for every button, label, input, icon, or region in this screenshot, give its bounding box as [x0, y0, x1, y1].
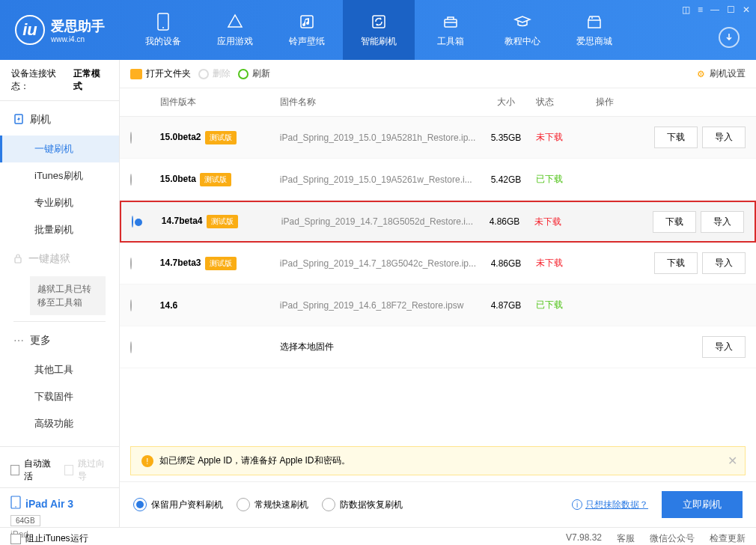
music-icon: [298, 13, 316, 31]
import-button[interactable]: 导入: [702, 252, 746, 274]
svg-point-7: [591, 17, 593, 19]
delete-button[interactable]: 删除: [198, 67, 231, 80]
skin-icon[interactable]: ◫: [682, 4, 690, 15]
sidebar: 设备连接状态： 正常模式 刷机 一键刷机 iTunes刷机 专业刷机 批量刷机 …: [0, 60, 120, 527]
open-folder-button[interactable]: 打开文件夹: [130, 67, 191, 80]
flash-now-button[interactable]: 立即刷机: [662, 491, 743, 518]
sidebar-flash-head[interactable]: 刷机: [0, 107, 119, 133]
header-ops: 操作: [596, 96, 746, 109]
sidebar-item-other-tools[interactable]: 其他工具: [0, 356, 119, 383]
menu-icon[interactable]: ≡: [698, 4, 703, 15]
folder-icon: [130, 69, 142, 79]
app-logo: iu 爱思助手 www.i4.cn: [0, 15, 120, 45]
service-link[interactable]: 客服: [617, 532, 635, 545]
radio-icon: [133, 498, 147, 511]
main-nav: 我的设备 应用游戏 铃声壁纸 智能刷机 工具箱 教程中心 爱思商城: [127, 0, 630, 60]
download-button[interactable]: 下载: [654, 252, 698, 274]
nav-toolbox[interactable]: 工具箱: [415, 0, 487, 60]
wechat-link[interactable]: 微信公众号: [650, 532, 695, 545]
device-storage: 64GB: [10, 515, 40, 526]
appstore-icon: [226, 13, 244, 31]
sidebar-item-pro[interactable]: 专业刷机: [0, 189, 119, 216]
svg-rect-2: [301, 16, 313, 28]
radio-icon: [322, 498, 335, 511]
firmware-row[interactable]: 15.0beta2测试版 iPad_Spring_2019_15.0_19A52…: [120, 117, 756, 159]
close-icon[interactable]: ✕: [743, 4, 750, 15]
sidebar-item-onekey[interactable]: 一键刷机: [0, 136, 119, 162]
nav-smart-flash[interactable]: 智能刷机: [343, 0, 415, 60]
auto-activate-label: 自动激活: [24, 457, 54, 483]
row-radio[interactable]: [130, 341, 132, 353]
sidebar-item-download-fw[interactable]: 下载固件: [0, 383, 119, 410]
info-icon: i: [572, 499, 582, 510]
connection-status-value: 正常模式: [73, 67, 107, 93]
firmware-row[interactable]: 14.6 iPad_Spring_2019_14.6_18F72_Restore…: [120, 284, 756, 326]
opt-anti-recovery[interactable]: 防数据恢复刷机: [322, 498, 403, 511]
delete-icon: [198, 69, 209, 79]
row-radio[interactable]: [130, 132, 132, 144]
row-radio[interactable]: [130, 299, 132, 311]
nav-ringtones[interactable]: 铃声壁纸: [271, 0, 343, 60]
flash-icon: [13, 114, 24, 127]
shop-icon: [585, 13, 603, 31]
note-close-icon[interactable]: ✕: [728, 454, 737, 468]
opt-keep-data[interactable]: 保留用户资料刷机: [133, 498, 223, 511]
svg-point-11: [15, 506, 16, 508]
header-name: 固件名称: [280, 96, 476, 109]
warning-icon: !: [141, 455, 153, 467]
nav-store[interactable]: 爱思商城: [558, 0, 630, 60]
download-circle-icon[interactable]: [719, 27, 740, 48]
graduation-icon: [513, 13, 531, 31]
flash-settings-button[interactable]: ⚙ 刷机设置: [697, 67, 746, 80]
import-button[interactable]: 导入: [701, 211, 744, 233]
local-firmware-row[interactable]: 选择本地固件 导入: [120, 326, 756, 368]
auto-activate-checkbox[interactable]: [10, 465, 19, 475]
nav-apps[interactable]: 应用游戏: [199, 0, 271, 60]
sidebar-item-advanced[interactable]: 高级功能: [0, 410, 119, 437]
more-icon: ⋯: [13, 335, 24, 347]
row-radio[interactable]: [132, 216, 133, 228]
refresh-small-icon: [238, 69, 249, 79]
firmware-row[interactable]: 14.7beta4测试版 iPad_Spring_2019_14.7_18G50…: [120, 201, 756, 243]
phone-icon: [154, 13, 172, 31]
row-radio[interactable]: [130, 258, 132, 270]
header-version: 固件版本: [160, 96, 280, 109]
header-status: 状态: [536, 96, 596, 109]
apple-id-note: ! 如已绑定 Apple ID，请准备好 Apple ID和密码。 ✕: [130, 446, 746, 475]
opt-normal-flash[interactable]: 常规快速刷机: [237, 498, 308, 511]
toolbar: 打开文件夹 删除 刷新 ⚙ 刷机设置: [120, 60, 756, 88]
minimize-icon[interactable]: —: [710, 4, 719, 15]
ipad-icon: [10, 496, 21, 511]
firmware-row[interactable]: 15.0beta测试版 iPad_Spring_2019_15.0_19A526…: [120, 159, 756, 201]
row-radio[interactable]: [130, 174, 132, 186]
sidebar-item-batch[interactable]: 批量刷机: [0, 216, 119, 243]
app-title: 爱思助手: [51, 17, 105, 35]
gear-icon: ⚙: [697, 69, 705, 79]
jailbreak-note: 越狱工具已转移至工具箱: [30, 276, 106, 315]
connection-status: 设备连接状态： 正常模式: [0, 60, 119, 101]
sidebar-more-head[interactable]: ⋯ 更多: [0, 328, 119, 353]
erase-link[interactable]: i 只想抹除数据？: [572, 499, 648, 511]
maximize-icon[interactable]: ☐: [727, 4, 735, 15]
nav-tutorial[interactable]: 教程中心: [487, 0, 558, 60]
header-size: 大小: [476, 96, 536, 109]
table-header: 固件版本 固件名称 大小 状态 操作: [120, 88, 756, 117]
check-update-link[interactable]: 检查更新: [710, 532, 746, 545]
nav-my-device[interactable]: 我的设备: [127, 0, 199, 60]
options-bar: 保留用户资料刷机 常规快速刷机 防数据恢复刷机 i 只想抹除数据？ 立即刷机: [120, 481, 756, 527]
firmware-row[interactable]: 14.7beta3测试版 iPad_Spring_2019_14.7_18G50…: [120, 243, 756, 284]
block-itunes-checkbox[interactable]: [10, 534, 21, 544]
download-button[interactable]: 下载: [653, 211, 696, 233]
skip-guide-label: 跳过向导: [78, 457, 108, 483]
app-header: iu 爱思助手 www.i4.cn 我的设备 应用游戏 铃声壁纸 智能刷机 工具…: [0, 0, 756, 60]
svg-point-1: [162, 27, 164, 28]
skip-guide-checkbox[interactable]: [64, 465, 73, 475]
radio-icon: [237, 498, 250, 511]
version-label: V7.98.32: [566, 532, 602, 545]
sidebar-item-itunes[interactable]: iTunes刷机: [0, 162, 119, 189]
import-button[interactable]: 导入: [702, 336, 746, 358]
download-button[interactable]: 下载: [654, 127, 698, 148]
refresh-icon: [370, 13, 388, 31]
refresh-button[interactable]: 刷新: [238, 67, 270, 80]
import-button[interactable]: 导入: [702, 127, 746, 148]
